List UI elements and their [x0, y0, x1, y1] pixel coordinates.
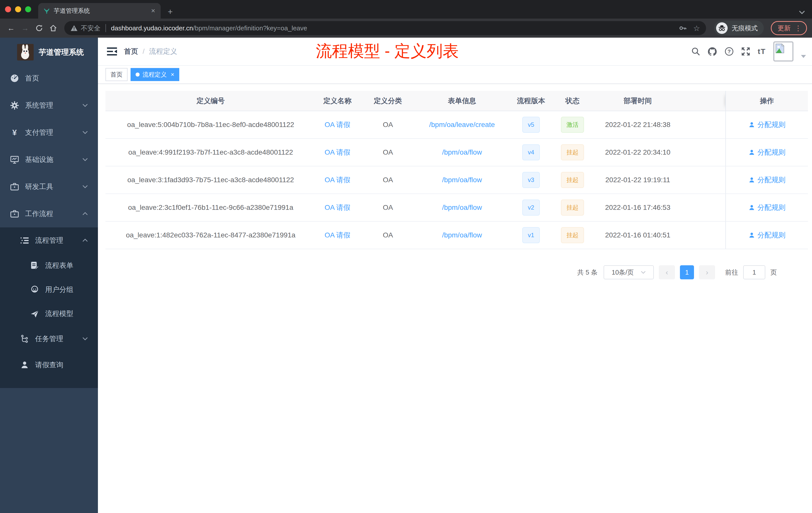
font-size-icon[interactable]: tT: [758, 47, 766, 56]
back-button[interactable]: ←: [5, 22, 17, 34]
window-controls[interactable]: [0, 0, 38, 19]
form-link[interactable]: /bpm/oa/flow: [442, 176, 482, 184]
close-window-button[interactable]: [5, 6, 11, 12]
zoom-window-button[interactable]: [25, 6, 31, 12]
forward-button[interactable]: →: [19, 22, 31, 34]
minimize-window-button[interactable]: [15, 6, 21, 12]
next-page-button[interactable]: ›: [699, 265, 715, 279]
form-link[interactable]: /bpm/oa/flow: [442, 148, 482, 156]
sidebar-item-infrastructure[interactable]: 基础设施: [0, 146, 98, 173]
url-host: dashboard.yudao.iocoder.cn: [111, 24, 193, 32]
sidebar-item-user-group[interactable]: 用户分组: [0, 278, 98, 302]
definition-name-link[interactable]: OA 请假: [325, 204, 350, 211]
tab-title: 芋道管理系统: [54, 7, 150, 15]
user-avatar[interactable]: [773, 41, 793, 61]
current-page-button[interactable]: 1: [680, 265, 694, 279]
assign-rule-button[interactable]: 分配规则: [749, 175, 786, 185]
browser-tab-strip: 芋道管理系统 × +: [0, 0, 812, 19]
main-area: 流程模型 - 定义列表 首页 / 流程定义: [98, 38, 812, 513]
home-button[interactable]: [47, 22, 59, 34]
sidebar-item-label: 支付管理: [25, 128, 82, 137]
yen-icon: ¥: [10, 128, 19, 137]
password-key-icon[interactable]: [679, 24, 687, 32]
form-link[interactable]: /bpm/oa/flow: [442, 231, 482, 239]
tag-process-definition[interactable]: 流程定义 ×: [130, 68, 179, 81]
url-bar[interactable]: 不安全 dashboard.yudao.iocoder.cn/bpm/manag…: [64, 21, 706, 35]
bookmark-star-icon[interactable]: ☆: [693, 24, 700, 33]
page-size-select[interactable]: 10条/页: [604, 265, 654, 279]
definition-name-link[interactable]: OA 请假: [325, 121, 350, 128]
form-link[interactable]: /bpm/oa/flow: [442, 204, 482, 211]
sidebar-item-home[interactable]: 首页: [0, 65, 98, 92]
form-link[interactable]: /bpm/oa/leave/create: [429, 121, 495, 128]
version-badge: v2: [522, 200, 540, 216]
breadcrumb-home[interactable]: 首页: [124, 47, 138, 56]
incognito-icon: [716, 22, 728, 34]
cell-definition-id: oa_leave:1:482ec033-762a-11ec-8477-a2380…: [106, 221, 316, 249]
document-edit-icon: [30, 261, 39, 270]
sidebar-item-process-management[interactable]: 流程管理: [0, 228, 98, 253]
assign-rule-button[interactable]: 分配规则: [749, 148, 786, 157]
browser-tab[interactable]: 芋道管理系统 ×: [38, 3, 161, 19]
sidebar-item-devtools[interactable]: 研发工具: [0, 173, 98, 200]
reload-button[interactable]: [33, 22, 45, 34]
tag-close-icon[interactable]: ×: [171, 71, 174, 78]
sidebar-item-process-form[interactable]: 流程表单: [0, 253, 98, 278]
avatar-dropdown-caret-icon[interactable]: [801, 55, 806, 58]
user-face-icon: [30, 285, 39, 294]
col-header-deploy-time: 部署时间: [590, 91, 686, 111]
browser-toolbar: ← → 不安全 dashboard.yudao.iocoder.cn/bpm/m…: [0, 19, 812, 38]
sidebar-toggle-button[interactable]: [98, 38, 124, 65]
update-label[interactable]: 更新: [778, 24, 791, 33]
status-badge: 激活: [561, 117, 584, 133]
assign-rule-button[interactable]: 分配规则: [749, 231, 786, 240]
definition-name-link[interactable]: OA 请假: [325, 231, 350, 239]
security-label[interactable]: 不安全: [81, 24, 100, 33]
cell-category: OA: [359, 166, 417, 194]
annotation-title: 流程模型 - 定义列表: [316, 40, 459, 62]
search-icon[interactable]: [692, 47, 700, 56]
cell-deploy-time: 2022-01-22 21:48:38: [590, 111, 686, 139]
briefcase-icon: [10, 209, 19, 218]
col-header-actions: 操作: [726, 91, 808, 111]
tag-home[interactable]: 首页: [106, 68, 127, 81]
sidebar-item-leave-query[interactable]: 请假查询: [0, 352, 98, 378]
goto-page-input[interactable]: [743, 265, 765, 279]
sidebar-item-payment[interactable]: ¥ 支付管理: [0, 119, 98, 146]
table-row: oa_leave:1:482ec033-762a-11ec-8477-a2380…: [106, 221, 808, 249]
col-header-status: 状态: [555, 91, 590, 111]
github-icon[interactable]: [707, 47, 717, 56]
sidebar-menu: 首页 系统管理 ¥ 支付管理: [0, 65, 98, 388]
tab-close-icon[interactable]: ×: [150, 7, 157, 15]
tab-search-chevron-icon[interactable]: [799, 10, 805, 14]
new-tab-button[interactable]: +: [161, 7, 180, 19]
prev-page-button[interactable]: ‹: [659, 265, 675, 279]
fullscreen-icon[interactable]: [741, 47, 750, 56]
sidebar-logo[interactable]: 芋道管理系统: [0, 38, 98, 63]
chevron-down-icon: [82, 104, 88, 107]
help-icon[interactable]: ?: [725, 47, 734, 56]
sidebar-item-process-model[interactable]: 流程模型: [0, 302, 98, 326]
definition-name-link[interactable]: OA 请假: [325, 148, 350, 156]
not-secure-warning-icon[interactable]: [70, 25, 78, 31]
assign-rule-button[interactable]: 分配规则: [749, 203, 786, 212]
definition-name-link[interactable]: OA 请假: [325, 176, 350, 184]
cell-definition-id: oa_leave:5:004b710b-7b8a-11ec-8ef0-acde4…: [106, 111, 316, 139]
sidebar-item-label: 流程模型: [45, 309, 98, 319]
sidebar-item-system[interactable]: 系统管理: [0, 92, 98, 119]
browser-menu-icon[interactable]: ⋮: [795, 24, 802, 32]
pagination-total: 共 5 条: [577, 268, 598, 277]
gear-icon: [10, 101, 19, 110]
chevron-down-icon: [82, 185, 88, 188]
favicon: [43, 7, 50, 14]
assign-rule-button[interactable]: 分配规则: [749, 120, 786, 129]
table-row: oa_leave:4:991f2193-7b7f-11ec-a3c8-acde4…: [106, 139, 808, 166]
definition-table: 定义编号 定义名称 定义分类 表单信息 流程版本 状态 部署时间 操作: [106, 91, 808, 249]
sidebar-item-label: 研发工具: [25, 182, 82, 191]
sidebar-item-task-management[interactable]: 任务管理: [0, 326, 98, 352]
browser-update-button[interactable]: 更新 ⋮: [771, 21, 807, 35]
url-path: /bpm/manager/definition?key=oa_leave: [193, 24, 307, 32]
chevron-down-icon: [82, 158, 88, 161]
cell-category: OA: [359, 221, 417, 249]
sidebar-item-workflow[interactable]: 工作流程: [0, 200, 98, 228]
